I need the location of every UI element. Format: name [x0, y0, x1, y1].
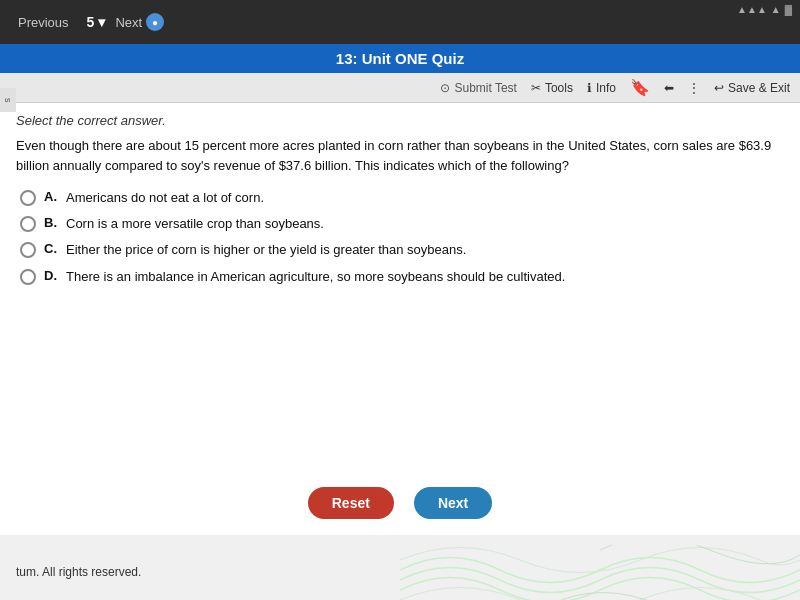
tools-icon: ✂	[531, 81, 541, 95]
option-c[interactable]: C. Either the price of corn is higher or…	[20, 241, 784, 259]
battery-icon: ▓	[785, 4, 792, 15]
reset-button[interactable]: Reset	[308, 487, 394, 519]
button-area: Reset Next	[0, 463, 800, 535]
main-content: Select the correct answer. Even though t…	[0, 103, 800, 463]
signal-icon: ▲▲▲	[737, 4, 767, 15]
save-exit-button[interactable]: ↩ Save & Exit	[714, 81, 790, 95]
status-icons: ▲▲▲ ▲ ▓	[737, 4, 792, 15]
submit-icon: ⊙	[440, 81, 450, 95]
current-question-number: 5	[87, 14, 95, 30]
answer-text-d: There is an imbalance in American agricu…	[66, 268, 565, 286]
more-options-icon[interactable]: ⋮	[688, 81, 700, 95]
secondary-toolbar: ⊙ Submit Test ✂ Tools ℹ Info 🔖 ⬅ ⋮ ↩ Sav…	[0, 73, 800, 103]
tools-label: Tools	[545, 81, 573, 95]
side-tab[interactable]: s	[0, 88, 16, 112]
wifi-icon: ▲	[771, 4, 781, 15]
next-nav-icon: ●	[146, 13, 164, 31]
info-label: Info	[596, 81, 616, 95]
info-icon: ℹ	[587, 81, 592, 95]
radio-d[interactable]	[20, 269, 36, 285]
submit-test-button[interactable]: ⊙ Submit Test	[440, 81, 516, 95]
question-text: Even though there are about 15 percent m…	[16, 136, 784, 175]
top-navigation: ▲▲▲ ▲ ▓ Previous 5 ▾ Next ●	[0, 0, 800, 44]
copyright-text: tum. All rights reserved.	[16, 565, 784, 579]
info-button[interactable]: ℹ Info	[587, 81, 616, 95]
previous-button[interactable]: Previous	[10, 11, 77, 34]
option-b[interactable]: B. Corn is a more versatile crop than so…	[20, 215, 784, 233]
answer-options: A. Americans do not eat a lot of corn. B…	[20, 189, 784, 286]
answer-text-a: Americans do not eat a lot of corn.	[66, 189, 264, 207]
letter-d: D.	[44, 268, 58, 283]
bottom-content: tum. All rights reserved.	[0, 535, 800, 600]
option-d[interactable]: D. There is an imbalance in American agr…	[20, 268, 784, 286]
share-icon[interactable]: ⬅	[664, 81, 674, 95]
next-button[interactable]: Next	[414, 487, 492, 519]
option-a[interactable]: A. Americans do not eat a lot of corn.	[20, 189, 784, 207]
dropdown-icon: ▾	[98, 14, 105, 30]
quiz-title-bar: 13: Unit ONE Quiz	[0, 44, 800, 73]
quiz-title: 13: Unit ONE Quiz	[336, 50, 464, 67]
radio-c[interactable]	[20, 242, 36, 258]
letter-a: A.	[44, 189, 58, 204]
answer-text-c: Either the price of corn is higher or th…	[66, 241, 466, 259]
next-nav-button[interactable]: Next ●	[115, 13, 164, 31]
radio-b[interactable]	[20, 216, 36, 232]
tools-button[interactable]: ✂ Tools	[531, 81, 573, 95]
bookmark-icon[interactable]: 🔖	[630, 78, 650, 97]
letter-c: C.	[44, 241, 58, 256]
save-icon: ↩	[714, 81, 724, 95]
instruction-text: Select the correct answer.	[16, 113, 784, 128]
question-number-selector[interactable]: 5 ▾	[87, 14, 106, 30]
letter-b: B.	[44, 215, 58, 230]
save-label: Save & Exit	[728, 81, 790, 95]
answer-text-b: Corn is a more versatile crop than soybe…	[66, 215, 324, 233]
submit-label: Submit Test	[454, 81, 516, 95]
next-nav-label: Next	[115, 15, 142, 30]
radio-a[interactable]	[20, 190, 36, 206]
